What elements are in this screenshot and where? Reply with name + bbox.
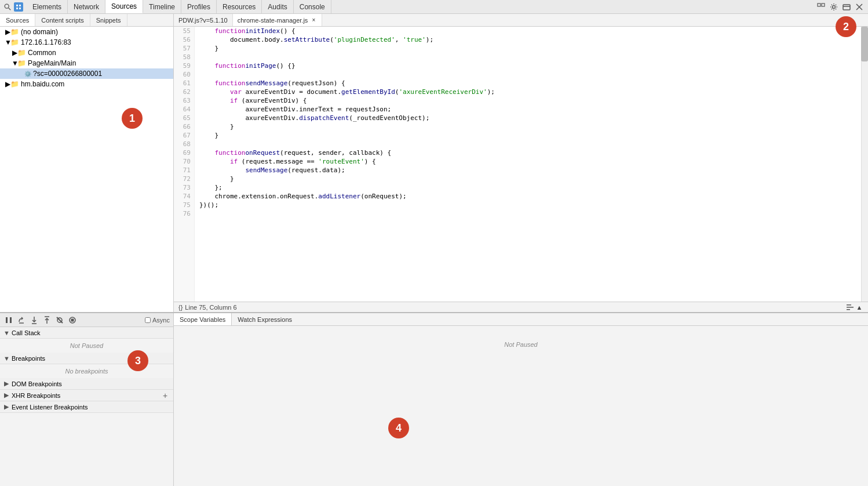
code-line: })(); [199,201,863,209]
svg-rect-26 [71,318,74,321]
status-bar-text: Line 75, Column 6 [185,304,236,311]
xhr-arrow: ▶ [3,391,9,399]
deactivate-breakpoints-button[interactable] [54,315,65,325]
event-listener-arrow: ▶ [3,403,9,411]
tab-profiles[interactable]: Profiles [181,0,217,13]
tab-resources[interactable]: Resources [217,0,262,13]
code-line: } [199,175,863,183]
editor-tab-csm[interactable]: chrome-state-manager.js × [233,14,323,26]
dom-arrow: ▶ [3,380,9,387]
curly-braces-icon: {} [178,304,183,311]
file-tree: 1 ▶ 📁 (no domain) ▼ 📁 172.16.1.176:83 [0,27,173,312]
step-into-button[interactable] [29,315,39,325]
tree-item-baidu[interactable]: ▶ 📁 hm.baidu.com [0,79,173,89]
settings-button[interactable] [827,1,840,13]
step-out-button[interactable] [42,315,52,325]
scope-tab-watch[interactable]: Watch Expressions [232,313,298,325]
format-toggle-button[interactable] [846,303,854,311]
annotation-1: 1 [122,108,143,129]
call-stack-header[interactable]: ▼ Call Stack [0,327,173,339]
code-line: document.body.setAttribute('pluginDetect… [199,35,863,44]
svg-point-8 [833,5,836,8]
scope-not-paused: Not Paused [174,338,868,351]
expand-arrow: ▼ [12,59,17,67]
svg-rect-7 [822,3,825,6]
vertical-scrollbar[interactable] [861,27,868,302]
top-toolbar: Elements Network Sources Timeline Profil… [0,0,868,14]
tab-timeline[interactable]: Timeline [143,0,181,13]
tree-item-pagemain[interactable]: ▼ 📁 PageMain/Main [0,58,173,68]
expand-button[interactable]: ▲ [855,303,863,311]
expand-arrow: ▶ [12,49,17,57]
tab-audits[interactable]: Audits [262,0,293,13]
scope-tabs: Scope Variables Watch Expressions [174,313,868,326]
code-line [199,53,863,61]
tab-elements[interactable]: Elements [27,0,68,13]
folder-icon: 📁 [10,28,19,36]
stop-button[interactable] [67,315,78,325]
folder-icon: 📁 [17,59,26,67]
subtab-sources[interactable]: Sources [0,14,35,26]
async-checkbox-input[interactable] [145,317,151,323]
sources-subtabs: Sources Content scripts Snippets [0,14,173,27]
breakpoints-header[interactable]: ▼ Breakpoints 3 [0,353,173,364]
tree-item-no-domain[interactable]: ▶ 📁 (no domain) [0,27,173,37]
scrollbar-thumb[interactable] [861,27,868,61]
code-line: var axureEventDiv = document.getElementB… [199,88,863,96]
left-panel: Sources Content scripts Snippets 1 ▶ 📁 [0,14,174,312]
debug-toolbar: Async [0,313,173,327]
editor-area: Sources Content scripts Snippets 1 ▶ 📁 [0,14,868,312]
file-icon: ⚙️ [24,71,31,77]
nav-tabs: Elements Network Sources Timeline Profil… [27,0,815,13]
editor-tabs: PDW.js?v=5.1.10 chrome-state-manager.js … [174,14,868,27]
code-lines: function initIndex() { document.body.set… [195,27,868,302]
svg-rect-6 [818,3,820,6]
scope-tab-variables[interactable]: Scope Variables [174,313,232,325]
svg-rect-2 [16,5,18,6]
svg-line-1 [9,8,11,10]
tree-item-sc-file[interactable]: ⚙️ ?sc=00000266800001 [0,68,173,79]
svg-rect-13 [847,304,851,306]
folder-icon: 📁 [10,80,19,88]
bottom-section: Async ▼ Call Stack Not Paused ▼ Breakpoi… [0,312,868,486]
annotation-4: 4 [388,418,409,438]
tab-network[interactable]: Network [68,0,105,13]
code-line: function onRequest(request, sender, call… [199,148,863,157]
code-line: } [199,131,863,140]
dom-breakpoints-header[interactable]: ▶ DOM Breakpoints [0,378,173,390]
code-line: }; [199,183,863,192]
tab-sources[interactable]: Sources [105,0,143,13]
breakpoints-status: No breakpoints [0,364,173,378]
step-over-button[interactable] [16,315,27,325]
line-numbers: 55 56 57 58 59 60 61 62 63 64 65 66 67 6… [174,27,195,302]
xhr-add-button[interactable]: + [161,391,170,400]
expand-arrow: ▼ [5,38,10,46]
tree-item-ip-host[interactable]: ▼ 📁 172.16.1.176:83 [0,37,173,48]
subtab-content-scripts[interactable]: Content scripts [35,14,90,26]
expand-arrow: ▶ [5,80,10,88]
folder-icon: 📁 [17,49,26,57]
toolbar-right [815,1,866,13]
event-listener-breakpoints-header[interactable]: ▶ Event Listener Breakpoints [0,401,173,413]
tree-item-common[interactable]: ▶ 📁 Common [0,48,173,58]
expand-arrow: ▶ [5,28,10,36]
xhr-breakpoints-header[interactable]: ▶ XHR Breakpoints + [0,390,173,401]
subtab-snippets[interactable]: Snippets [90,14,127,26]
close-devtools-button[interactable] [853,1,866,13]
code-line [199,140,863,148]
svg-rect-15 [847,309,850,310]
dock-button[interactable] [815,1,827,13]
svg-rect-14 [847,307,854,308]
editor-tab-pdw[interactable]: PDW.js?v=5.1.10 [174,14,233,26]
undock-button[interactable] [840,1,853,13]
devtools-icon [14,2,23,12]
code-line: } [199,44,863,53]
tab-console[interactable]: Console [294,0,331,13]
code-area[interactable]: 55 56 57 58 59 60 61 62 63 64 65 66 67 6… [174,27,868,302]
close-tab-button[interactable]: × [310,17,317,24]
code-line: function initPage() {} [199,61,863,70]
pause-button[interactable] [3,315,14,325]
search-icon[interactable] [2,2,13,12]
status-bar: {} Line 75, Column 6 ▲ [174,302,868,312]
breakpoints-arrow: ▼ [3,355,9,362]
